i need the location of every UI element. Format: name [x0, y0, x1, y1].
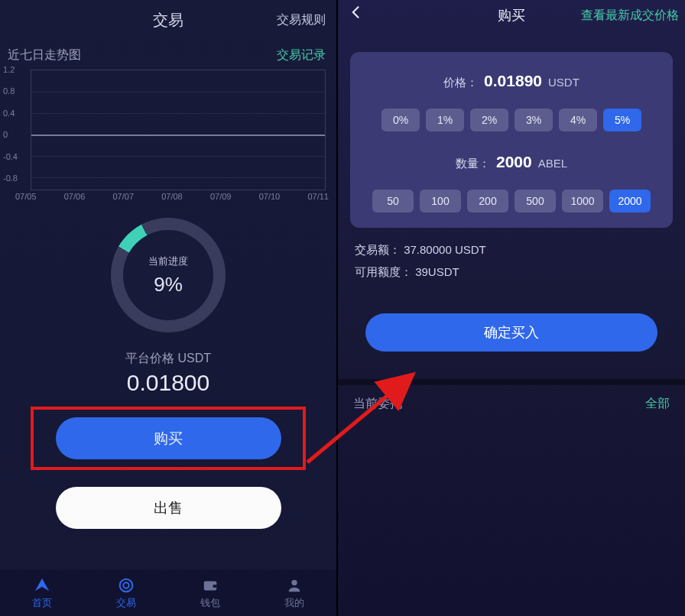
nav-profile[interactable]: 我的: [252, 570, 336, 616]
chart-series-line: [31, 135, 325, 136]
nav-wallet[interactable]: 钱包: [168, 570, 252, 616]
confirm-buy-button[interactable]: 确定买入: [365, 313, 657, 352]
percent-chip[interactable]: 3%: [515, 109, 553, 131]
price-row: 价格： 0.01890 USDT: [361, 72, 662, 90]
percent-chips: 0%1%2%3%4%5%: [361, 109, 662, 131]
header: 交易 交易规则: [0, 0, 336, 40]
orders-title: 当前委托: [353, 396, 402, 412]
progress-wrap: 当前进度 9% 平台价格 USDT 0.01800: [0, 218, 336, 396]
svg-point-3: [291, 580, 297, 585]
chart-area: 1.2 0.8 0.4 0 -0.4 -0.8 07/05 07/06 07/0…: [0, 68, 336, 206]
amount-row: 交易额： 37.80000 USDT: [338, 243, 685, 258]
buy-screen: 购买 查看最新成交价格 价格： 0.01890 USDT 0%1%2%3%4%5…: [336, 0, 685, 616]
qty-row: 数量： 2000 ABEL: [361, 153, 662, 171]
chart-header: 近七日走势图 交易记录: [0, 40, 336, 68]
bottom-nav: 首页 交易 钱包 我的: [0, 570, 336, 616]
buy-button[interactable]: 购买: [56, 417, 281, 459]
trade-screen: 交易 交易规则 近七日走势图 交易记录 1.2 0.8 0.4 0 -0.4 -…: [0, 0, 336, 616]
qty-chip[interactable]: 100: [420, 190, 461, 212]
chart-y-axis: 1.2 0.8 0.4 0 -0.4 -0.8: [3, 70, 28, 190]
amount-value: 37.80000 USDT: [404, 243, 486, 256]
qty-chip[interactable]: 1000: [562, 190, 603, 212]
svg-rect-2: [213, 585, 217, 588]
section-divider: [338, 379, 685, 385]
orders-header: 当前委托 全部: [338, 385, 685, 412]
chart-plot: [31, 70, 326, 190]
qty-value: 2000: [496, 153, 532, 171]
percent-chip[interactable]: 4%: [559, 109, 597, 131]
orders-all-link[interactable]: 全部: [645, 396, 670, 412]
header-title: 交易: [153, 10, 183, 31]
percent-chip[interactable]: 0%: [381, 109, 420, 131]
home-icon: [33, 576, 51, 595]
platform-price-value: 0.01800: [127, 370, 209, 396]
profile-icon: [285, 576, 304, 595]
qty-chips: 5010020050010002000: [361, 190, 662, 212]
qty-chip[interactable]: 2000: [609, 190, 651, 212]
wallet-icon: [201, 576, 219, 595]
qty-chip[interactable]: 200: [467, 190, 508, 212]
price-value: 0.01890: [484, 72, 542, 90]
percent-chip[interactable]: 2%: [470, 109, 508, 131]
percent-chip[interactable]: 1%: [426, 109, 464, 131]
qty-chip[interactable]: 50: [372, 190, 414, 212]
buy-card: 价格： 0.01890 USDT 0%1%2%3%4%5% 数量： 2000 A…: [350, 52, 673, 228]
sell-button[interactable]: 出售: [56, 487, 281, 529]
svg-point-0: [120, 579, 133, 592]
progress-donut: 当前进度 9%: [111, 218, 226, 332]
annotation-highlight: 购买: [31, 407, 306, 470]
chart-title: 近七日走势图: [8, 47, 81, 63]
trade-history-link[interactable]: 交易记录: [277, 47, 326, 63]
buy-header-title: 购买: [498, 6, 525, 24]
qty-chip[interactable]: 500: [515, 190, 556, 212]
progress-value: 9%: [154, 273, 183, 297]
percent-chip[interactable]: 5%: [603, 109, 641, 131]
available-row: 可用额度： 39USDT: [338, 265, 685, 280]
platform-price-label: 平台价格 USDT: [125, 351, 211, 367]
progress-label: 当前进度: [148, 255, 188, 268]
buy-header: 购买 查看最新成交价格: [338, 0, 685, 31]
nav-home[interactable]: 首页: [0, 570, 84, 616]
back-icon[interactable]: [349, 3, 364, 24]
available-value: 39USDT: [415, 265, 459, 278]
trade-rules-link[interactable]: 交易规则: [277, 12, 326, 28]
trade-icon: [117, 576, 135, 595]
latest-price-link[interactable]: 查看最新成交价格: [581, 8, 679, 24]
chart-x-axis: 07/05 07/06 07/07 07/08 07/09 07/10 07/1…: [15, 192, 329, 206]
nav-trade[interactable]: 交易: [84, 570, 168, 616]
